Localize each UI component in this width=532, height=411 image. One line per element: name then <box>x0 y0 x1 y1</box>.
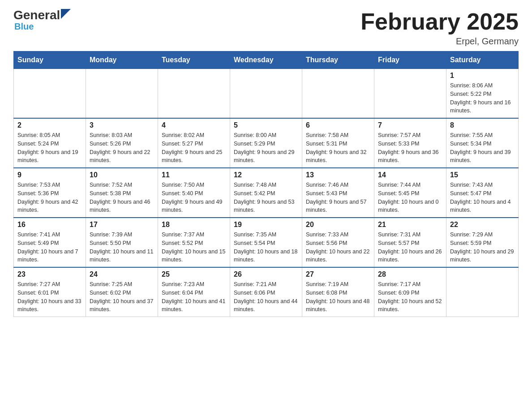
calendar-cell <box>86 69 158 119</box>
calendar-cell: 26Sunrise: 7:21 AM Sunset: 6:06 PM Dayli… <box>230 267 302 317</box>
day-number: 6 <box>306 121 370 129</box>
day-info: Sunrise: 7:48 AM Sunset: 5:42 PM Dayligh… <box>234 181 298 214</box>
calendar-cell <box>374 69 446 119</box>
day-info: Sunrise: 7:50 AM Sunset: 5:40 PM Dayligh… <box>162 181 226 214</box>
day-info: Sunrise: 7:33 AM Sunset: 5:56 PM Dayligh… <box>306 231 370 264</box>
day-number: 19 <box>234 221 298 229</box>
calendar-cell: 13Sunrise: 7:46 AM Sunset: 5:43 PM Dayli… <box>302 168 374 218</box>
day-number: 4 <box>162 121 226 129</box>
calendar-cell: 21Sunrise: 7:31 AM Sunset: 5:57 PM Dayli… <box>374 218 446 267</box>
calendar-cell: 15Sunrise: 7:43 AM Sunset: 5:47 PM Dayli… <box>446 168 519 218</box>
logo-arrow-icon <box>61 9 71 19</box>
day-number: 2 <box>17 121 82 129</box>
day-number: 13 <box>306 171 370 179</box>
day-info: Sunrise: 7:41 AM Sunset: 5:49 PM Dayligh… <box>17 231 82 264</box>
calendar-cell: 12Sunrise: 7:48 AM Sunset: 5:42 PM Dayli… <box>230 168 302 218</box>
day-of-week-header: Friday <box>374 51 446 69</box>
calendar-cell: 14Sunrise: 7:44 AM Sunset: 5:45 PM Dayli… <box>374 168 446 218</box>
day-info: Sunrise: 7:44 AM Sunset: 5:45 PM Dayligh… <box>378 181 442 214</box>
day-number: 22 <box>450 221 515 229</box>
calendar-cell: 22Sunrise: 7:29 AM Sunset: 5:59 PM Dayli… <box>446 218 519 267</box>
day-number: 28 <box>378 270 442 278</box>
logo-text-main: General <box>13 9 60 21</box>
calendar-table: SundayMondayTuesdayWednesdayThursdayFrid… <box>13 51 519 317</box>
day-info: Sunrise: 7:19 AM Sunset: 6:08 PM Dayligh… <box>306 280 370 314</box>
day-info: Sunrise: 8:00 AM Sunset: 5:29 PM Dayligh… <box>234 131 298 165</box>
day-of-week-header: Tuesday <box>158 51 230 69</box>
calendar-cell: 18Sunrise: 7:37 AM Sunset: 5:52 PM Dayli… <box>158 218 230 267</box>
day-info: Sunrise: 7:29 AM Sunset: 5:59 PM Dayligh… <box>450 231 515 264</box>
svg-marker-0 <box>61 9 71 19</box>
day-info: Sunrise: 8:05 AM Sunset: 5:24 PM Dayligh… <box>17 131 82 165</box>
day-number: 7 <box>378 121 442 129</box>
day-info: Sunrise: 7:31 AM Sunset: 5:57 PM Dayligh… <box>378 231 442 264</box>
calendar-cell: 19Sunrise: 7:35 AM Sunset: 5:54 PM Dayli… <box>230 218 302 267</box>
calendar-cell: 10Sunrise: 7:52 AM Sunset: 5:38 PM Dayli… <box>86 168 158 218</box>
day-number: 3 <box>90 121 154 129</box>
day-info: Sunrise: 7:21 AM Sunset: 6:06 PM Dayligh… <box>234 280 298 314</box>
calendar-cell: 2Sunrise: 8:05 AM Sunset: 5:24 PM Daylig… <box>14 118 86 168</box>
day-number: 10 <box>90 171 154 179</box>
day-number: 24 <box>90 270 154 278</box>
calendar-week-row: 1Sunrise: 8:06 AM Sunset: 5:22 PM Daylig… <box>14 69 519 119</box>
logo: General Blue <box>13 9 71 32</box>
day-of-week-header: Saturday <box>446 51 519 69</box>
day-number: 21 <box>378 221 442 229</box>
location-label: Erpel, Germany <box>360 36 519 47</box>
day-number: 18 <box>162 221 226 229</box>
day-number: 5 <box>234 121 298 129</box>
day-of-week-header: Sunday <box>14 51 86 69</box>
day-number: 9 <box>17 171 82 179</box>
calendar-cell: 23Sunrise: 7:27 AM Sunset: 6:01 PM Dayli… <box>14 267 86 317</box>
calendar-cell: 4Sunrise: 8:02 AM Sunset: 5:27 PM Daylig… <box>158 118 230 168</box>
logo-text-blue: Blue <box>14 21 34 32</box>
day-number: 14 <box>378 171 442 179</box>
day-number: 8 <box>450 121 515 129</box>
calendar-cell: 1Sunrise: 8:06 AM Sunset: 5:22 PM Daylig… <box>446 69 519 119</box>
title-area: February 2025 Erpel, Germany <box>360 9 519 47</box>
calendar-cell <box>14 69 86 119</box>
page-header: General Blue February 2025 Erpel, German… <box>13 9 519 47</box>
calendar-cell: 7Sunrise: 7:57 AM Sunset: 5:33 PM Daylig… <box>374 118 446 168</box>
day-info: Sunrise: 7:37 AM Sunset: 5:52 PM Dayligh… <box>162 231 226 264</box>
day-number: 12 <box>234 171 298 179</box>
day-info: Sunrise: 7:53 AM Sunset: 5:36 PM Dayligh… <box>17 181 82 214</box>
day-number: 23 <box>17 270 82 278</box>
calendar-week-row: 2Sunrise: 8:05 AM Sunset: 5:24 PM Daylig… <box>14 118 519 168</box>
day-info: Sunrise: 7:57 AM Sunset: 5:33 PM Dayligh… <box>378 131 442 165</box>
calendar-cell: 8Sunrise: 7:55 AM Sunset: 5:34 PM Daylig… <box>446 118 519 168</box>
calendar-header-row: SundayMondayTuesdayWednesdayThursdayFrid… <box>14 51 519 69</box>
calendar-cell <box>158 69 230 119</box>
day-info: Sunrise: 7:52 AM Sunset: 5:38 PM Dayligh… <box>90 181 154 214</box>
day-info: Sunrise: 7:39 AM Sunset: 5:50 PM Dayligh… <box>90 231 154 264</box>
day-number: 27 <box>306 270 370 278</box>
day-of-week-header: Wednesday <box>230 51 302 69</box>
day-number: 1 <box>450 72 515 80</box>
calendar-cell: 25Sunrise: 7:23 AM Sunset: 6:04 PM Dayli… <box>158 267 230 317</box>
calendar-week-row: 16Sunrise: 7:41 AM Sunset: 5:49 PM Dayli… <box>14 218 519 267</box>
calendar-cell: 16Sunrise: 7:41 AM Sunset: 5:49 PM Dayli… <box>14 218 86 267</box>
calendar-cell: 6Sunrise: 7:58 AM Sunset: 5:31 PM Daylig… <box>302 118 374 168</box>
month-title: February 2025 <box>360 9 519 34</box>
day-of-week-header: Monday <box>86 51 158 69</box>
day-info: Sunrise: 7:23 AM Sunset: 6:04 PM Dayligh… <box>162 280 226 314</box>
day-info: Sunrise: 7:35 AM Sunset: 5:54 PM Dayligh… <box>234 231 298 264</box>
calendar-cell <box>302 69 374 119</box>
calendar-cell: 11Sunrise: 7:50 AM Sunset: 5:40 PM Dayli… <box>158 168 230 218</box>
day-of-week-header: Thursday <box>302 51 374 69</box>
day-info: Sunrise: 7:27 AM Sunset: 6:01 PM Dayligh… <box>17 280 82 314</box>
calendar-cell: 27Sunrise: 7:19 AM Sunset: 6:08 PM Dayli… <box>302 267 374 317</box>
day-number: 11 <box>162 171 226 179</box>
day-number: 26 <box>234 270 298 278</box>
day-info: Sunrise: 8:02 AM Sunset: 5:27 PM Dayligh… <box>162 131 226 165</box>
day-info: Sunrise: 7:25 AM Sunset: 6:02 PM Dayligh… <box>90 280 154 314</box>
day-info: Sunrise: 7:46 AM Sunset: 5:43 PM Dayligh… <box>306 181 370 214</box>
calendar-week-row: 9Sunrise: 7:53 AM Sunset: 5:36 PM Daylig… <box>14 168 519 218</box>
calendar-cell: 24Sunrise: 7:25 AM Sunset: 6:02 PM Dayli… <box>86 267 158 317</box>
day-info: Sunrise: 7:43 AM Sunset: 5:47 PM Dayligh… <box>450 181 515 214</box>
calendar-cell: 5Sunrise: 8:00 AM Sunset: 5:29 PM Daylig… <box>230 118 302 168</box>
day-info: Sunrise: 8:03 AM Sunset: 5:26 PM Dayligh… <box>90 131 154 165</box>
calendar-cell: 3Sunrise: 8:03 AM Sunset: 5:26 PM Daylig… <box>86 118 158 168</box>
day-info: Sunrise: 7:17 AM Sunset: 6:09 PM Dayligh… <box>378 280 442 314</box>
day-number: 15 <box>450 171 515 179</box>
